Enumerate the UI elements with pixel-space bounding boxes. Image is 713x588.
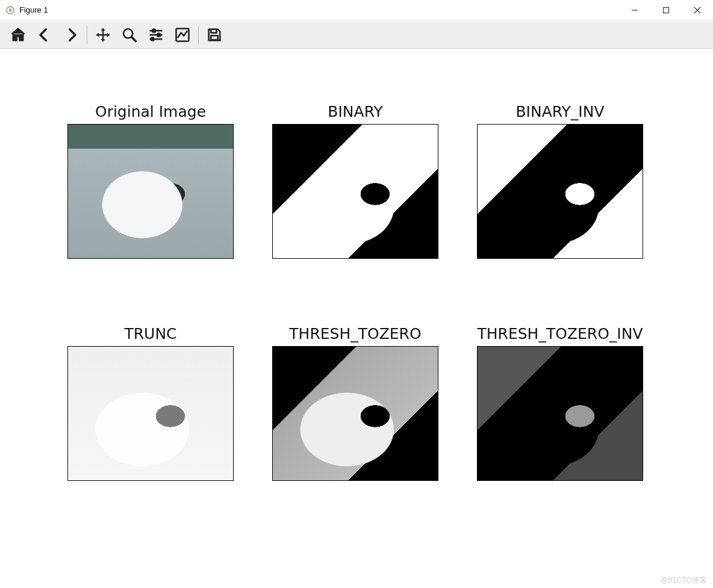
close-button[interactable] (682, 0, 713, 20)
title-bar: Figure 1 (0, 0, 713, 20)
svg-point-13 (151, 37, 154, 40)
svg-rect-16 (211, 36, 218, 40)
window-title: Figure 1 (19, 5, 48, 14)
back-button[interactable] (31, 23, 58, 47)
subplot-image (477, 346, 643, 481)
subplot-tozero-inv: THRESH_TOZERO_INV (477, 325, 643, 481)
figure-canvas[interactable]: Original Image BINARY BINARY_INV TRUNC T… (0, 49, 713, 588)
subplot-title: THRESH_TOZERO (289, 325, 421, 342)
configure-subplots-button[interactable] (143, 23, 169, 47)
subplot-image (272, 346, 438, 481)
subplot-original: Original Image (67, 103, 234, 259)
toolbar-separator (87, 26, 87, 44)
toolbar (0, 20, 713, 49)
edit-axes-button[interactable] (169, 23, 196, 47)
home-button[interactable] (5, 23, 31, 47)
minimize-button[interactable] (619, 0, 650, 20)
svg-line-7 (132, 37, 136, 41)
pan-button[interactable] (90, 23, 116, 47)
subplot-tozero: THRESH_TOZERO (272, 325, 438, 481)
svg-rect-3 (664, 7, 669, 13)
subplot-image (477, 124, 643, 259)
subplot-trunc: TRUNC (67, 325, 234, 481)
subplot-title: BINARY (328, 103, 382, 120)
forward-button[interactable] (58, 23, 84, 47)
subplot-image (67, 124, 234, 259)
app-icon (5, 5, 16, 16)
zoom-button[interactable] (116, 23, 143, 47)
subplot-binary-inv: BINARY_INV (477, 103, 643, 259)
subplot-title: Original Image (95, 103, 206, 120)
maximize-button[interactable] (650, 0, 682, 20)
svg-point-11 (157, 33, 160, 36)
subplot-grid: Original Image BINARY BINARY_INV TRUNC T… (48, 103, 665, 481)
subplot-title: THRESH_TOZERO_INV (478, 325, 643, 342)
subplot-image (67, 346, 234, 481)
window-controls (619, 0, 713, 20)
subplot-image (272, 124, 438, 259)
save-button[interactable] (201, 23, 228, 47)
toolbar-separator (198, 26, 199, 44)
watermark: @51CTO博客 (661, 575, 707, 586)
subplot-binary: BINARY (272, 103, 438, 259)
subplot-title: BINARY_INV (515, 103, 604, 120)
svg-rect-15 (211, 29, 216, 32)
svg-point-1 (10, 9, 11, 11)
svg-point-9 (152, 29, 155, 32)
subplot-title: TRUNC (124, 325, 176, 342)
